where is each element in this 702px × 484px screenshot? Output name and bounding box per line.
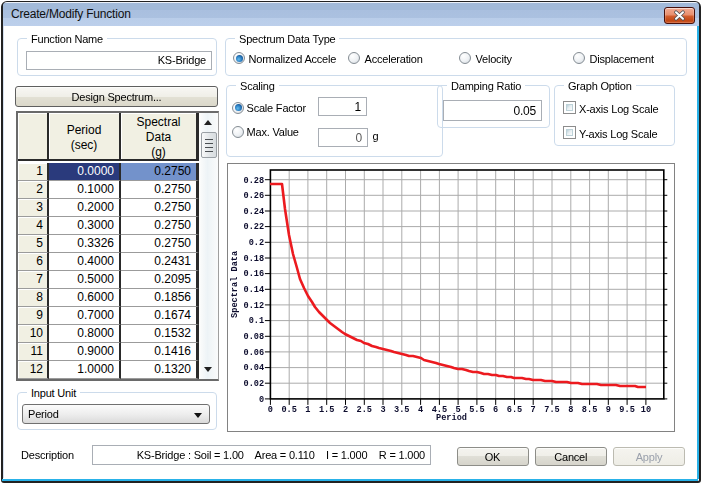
svg-text:1: 1 (305, 405, 310, 415)
svg-text:0.12: 0.12 (243, 301, 264, 311)
svg-text:8.5: 8.5 (581, 405, 596, 415)
svg-text:6.5: 6.5 (506, 405, 521, 415)
svg-text:0: 0 (267, 405, 272, 415)
svg-text:9: 9 (605, 405, 610, 415)
svg-text:0: 0 (259, 395, 264, 405)
svg-text:5.5: 5.5 (469, 405, 484, 415)
svg-text:0.06: 0.06 (243, 348, 264, 358)
svg-text:2.5: 2.5 (356, 405, 371, 415)
svg-text:0.28: 0.28 (243, 176, 264, 186)
svg-text:0.1: 0.1 (248, 316, 263, 326)
svg-text:3: 3 (380, 405, 385, 415)
svg-text:0.18: 0.18 (243, 254, 264, 264)
svg-text:7.5: 7.5 (544, 405, 559, 415)
svg-text:4: 4 (418, 405, 423, 415)
svg-text:6: 6 (493, 405, 498, 415)
svg-text:3.5: 3.5 (394, 405, 409, 415)
svg-text:0.08: 0.08 (243, 332, 264, 342)
svg-text:0.04: 0.04 (243, 363, 264, 373)
svg-text:0.26: 0.26 (243, 191, 264, 201)
svg-text:0.24: 0.24 (243, 207, 264, 217)
svg-text:Spectral Data: Spectral Data (230, 251, 240, 318)
svg-text:7: 7 (530, 405, 535, 415)
svg-text:10: 10 (640, 405, 650, 415)
svg-text:0.14: 0.14 (243, 285, 264, 295)
svg-text:0.2: 0.2 (248, 238, 263, 248)
svg-text:0.22: 0.22 (243, 222, 264, 232)
svg-text:1.5: 1.5 (318, 405, 333, 415)
svg-text:2: 2 (342, 405, 347, 415)
svg-text:0.16: 0.16 (243, 269, 264, 279)
svg-text:0.5: 0.5 (281, 405, 296, 415)
svg-text:9.5: 9.5 (619, 405, 634, 415)
svg-text:0.02: 0.02 (243, 379, 264, 389)
svg-text:8: 8 (568, 405, 573, 415)
svg-text:Period: Period (436, 413, 467, 423)
